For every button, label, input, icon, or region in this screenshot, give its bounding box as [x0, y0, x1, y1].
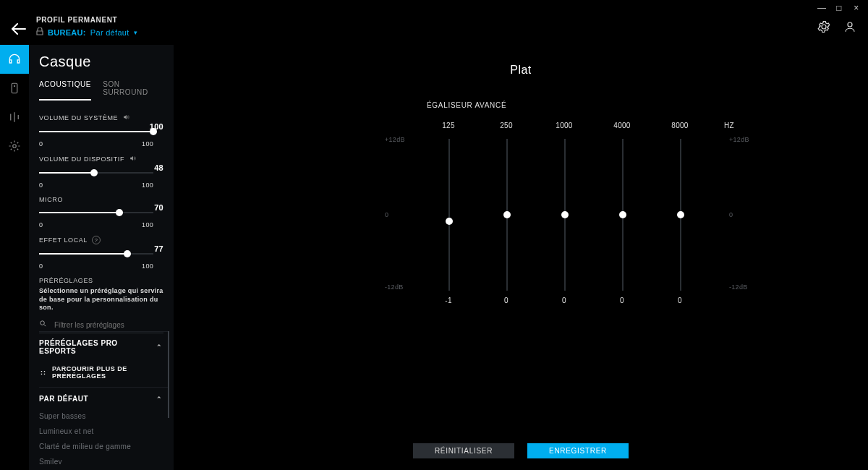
chevron-down-icon: ▾ [134, 29, 137, 36]
slider-max: 100 [142, 140, 153, 148]
preset-search-input[interactable] [53, 320, 163, 330]
eq-band-thumb[interactable] [561, 211, 569, 218]
svg-point-0 [848, 22, 852, 27]
slider-thumb[interactable] [116, 209, 123, 216]
tab-surround[interactable]: SON SURROUND [103, 80, 163, 101]
sound-icon [122, 114, 130, 122]
grid-icon: :: [41, 369, 46, 376]
sidebar: Casque ACOUSTIQUE SON SURROUND VOLUME DU… [29, 45, 174, 470]
eq-band-thumb[interactable] [619, 211, 626, 218]
preset-item[interactable]: Super basses [39, 409, 169, 424]
eq-band-track[interactable] [448, 139, 450, 291]
equalizer: HZ 125250100040008000 +12dB 0 -12dB +12d… [420, 121, 723, 309]
preset-item[interactable]: Clarté de milieu de gamme [39, 439, 169, 454]
slider-label: EFFET LOCAL? [39, 236, 163, 244]
slider-track[interactable]: 100 [39, 127, 163, 140]
workspace-value: Par défaut [90, 28, 129, 37]
slider-label: VOLUME DU DISPOSITIF [39, 155, 163, 163]
eq-band-thumb[interactable] [503, 211, 511, 218]
slider-value: 70 [154, 203, 163, 212]
main-content: Plat ÉGALISEUR AVANCÉ HZ 125250100040008… [174, 45, 868, 470]
eq-label: ÉGALISEUR AVANCÉ [427, 101, 506, 109]
slider-min: 0 [39, 221, 43, 228]
scrollbar[interactable] [168, 331, 169, 418]
save-button[interactable]: ENREGISTRER [527, 443, 629, 458]
svg-point-4 [41, 321, 45, 325]
rail-headset[interactable] [0, 45, 29, 74]
category-default[interactable]: PAR DÉFAUT ⌃ [39, 387, 169, 409]
slider-thumb[interactable] [90, 169, 98, 176]
close-button[interactable]: × [852, 3, 861, 17]
category-label: PRÉRÉGLAGES PRO ESPORTS [39, 339, 156, 355]
slider-label: MICRO [39, 196, 163, 203]
category-esports[interactable]: PRÉRÉGLAGES PRO ESPORTS ⌃ [39, 331, 169, 361]
slider-0: VOLUME DU SYSTÈME1000100 [39, 114, 163, 148]
eq-freq-label: 8000 [671, 121, 688, 129]
eq-band-value: 0 [678, 296, 682, 304]
slider-value: 100 [150, 122, 163, 131]
search-icon [39, 320, 47, 330]
db-label: +12dB [729, 136, 749, 143]
lock-icon [36, 27, 43, 37]
eq-band-value: 0 [562, 296, 566, 304]
settings-icon[interactable] [817, 20, 830, 36]
eq-band-thumb[interactable] [446, 218, 453, 225]
eq-band-value: 0 [620, 296, 624, 304]
rail-equalizer[interactable] [0, 103, 29, 132]
profile-label: PROFIL PERMANENT [36, 16, 117, 24]
window-controls: — □ × [817, 0, 868, 17]
back-button[interactable] [12, 23, 26, 38]
db-label: -12dB [729, 283, 748, 291]
presets-label: PRÉRÉGLAGES [39, 277, 163, 284]
browse-label: PARCOURIR PLUS DE PRÉRÉGLAGES [52, 365, 169, 380]
tab-acoustic[interactable]: ACOUSTIQUE [39, 80, 91, 101]
workspace-selector[interactable]: BUREAU: Par défaut ▾ [36, 27, 137, 37]
eq-freq-label: 250 [500, 121, 513, 129]
slider-thumb[interactable] [124, 250, 131, 257]
slider-value: 48 [154, 163, 163, 172]
svg-point-3 [13, 145, 17, 148]
svg-point-2 [14, 85, 15, 87]
browse-more-presets[interactable]: :: PARCOURIR PLUS DE PRÉRÉGLAGES [39, 361, 169, 387]
user-icon[interactable] [843, 20, 856, 36]
slider-1: VOLUME DU DISPOSITIF480100 [39, 155, 163, 189]
side-rail [0, 45, 29, 161]
preset-list: PRÉRÉGLAGES PRO ESPORTS ⌃ :: PARCOURIR P… [39, 331, 169, 464]
slider-2: MICRO700100 [39, 196, 163, 228]
preset-item[interactable]: Smiley [39, 454, 169, 464]
slider-min: 0 [39, 140, 43, 148]
minimize-button[interactable]: — [817, 3, 826, 17]
slider-track[interactable]: 48 [39, 168, 163, 181]
svg-rect-1 [12, 83, 17, 93]
eq-freq-label: 1000 [556, 121, 572, 129]
eq-band-value: 0 [504, 296, 509, 304]
preset-item[interactable]: Lumineux et net [39, 424, 169, 439]
eq-band-value: -1 [445, 296, 452, 304]
sound-icon [129, 155, 137, 163]
slider-min: 0 [39, 262, 43, 270]
footer-buttons: RÉINITIALISER ENREGISTRER [174, 443, 868, 458]
slider-3: EFFET LOCAL?770100 [39, 236, 163, 270]
slider-track[interactable]: 77 [39, 249, 163, 262]
hz-label: HZ [724, 121, 734, 129]
slider-label: VOLUME DU SYSTÈME [39, 114, 163, 122]
eq-band-thumb[interactable] [677, 211, 684, 218]
preset-title: Plat [174, 64, 868, 77]
slider-track[interactable]: 70 [39, 208, 163, 221]
db-label: 0 [385, 211, 388, 218]
eq-freq-label: 4000 [613, 121, 630, 129]
reset-button[interactable]: RÉINITIALISER [413, 443, 514, 458]
slider-max: 100 [142, 181, 153, 189]
rail-device[interactable] [0, 74, 29, 103]
page-title: Casque [39, 54, 163, 70]
eq-freq-label: 125 [442, 121, 455, 129]
presets-help: Sélectionne un préréglage qui servira de… [39, 287, 163, 312]
tabs: ACOUSTIQUE SON SURROUND [39, 80, 163, 101]
rail-lighting[interactable] [0, 132, 29, 161]
db-label: -12dB [385, 283, 404, 291]
help-icon[interactable]: ? [92, 236, 101, 244]
maximize-button[interactable]: □ [835, 3, 843, 17]
db-label: 0 [729, 211, 733, 218]
slider-min: 0 [39, 181, 43, 189]
db-label: +12dB [385, 136, 405, 143]
